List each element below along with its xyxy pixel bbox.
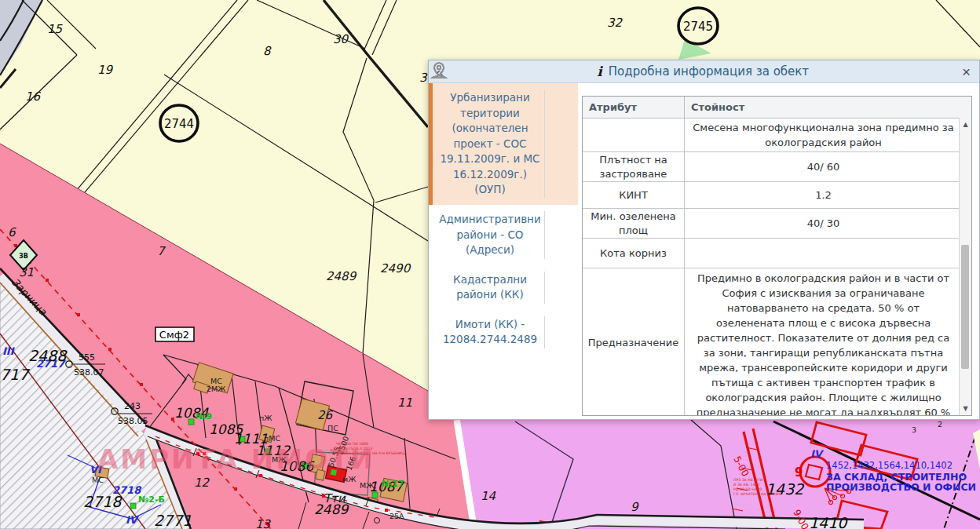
map-label: 1452,1432,1564,1410,1402 [826, 460, 953, 471]
map-label: 2 [938, 420, 942, 429]
map-label: 3 [912, 425, 916, 434]
map-label: ЗВ [19, 253, 28, 260]
map-label: мЖ [342, 475, 357, 483]
map-label: Смф2 [159, 329, 189, 341]
map-label: 11 [397, 396, 412, 410]
map-label: 26 [317, 408, 334, 422]
attribute-cell: Предназначение [583, 268, 685, 416]
map-label: 538.05 [118, 416, 148, 426]
info-icon: i [597, 64, 602, 79]
map-pin-icon [544, 211, 578, 259]
panel-header: « i Подробна информация за обект × [429, 60, 979, 83]
map-label: пМС [264, 434, 280, 443]
table-row: Кота корниз [583, 239, 971, 268]
value-cell: Предимно в околоградския район и в части… [685, 268, 971, 416]
map-label: №17 [382, 479, 404, 489]
map-label: III [2, 345, 16, 357]
map-label: ПС [327, 424, 338, 432]
map-label: ПРЗ ЗА КВ. ИТИ [733, 478, 762, 482]
layer-sidebar: Урбанизирани територии (окончателен прое… [429, 83, 578, 420]
map-label: 19 [97, 63, 114, 77]
map-label: МС [92, 476, 104, 484]
map-label: 555 [79, 352, 95, 363]
table-scrollbar[interactable]: ▲ ▼ [959, 118, 971, 415]
column-header-attribute: Атрибут [583, 97, 685, 118]
scroll-down-icon[interactable]: ▼ [960, 405, 971, 412]
sidebar-item-label: Имоти (КК) - 12084.2744.2489 [433, 310, 544, 355]
map-label: 7 [157, 244, 166, 258]
table-header-row: Атрибут Стойност [583, 97, 971, 119]
map-label: пЖ [259, 414, 272, 422]
map-pin-icon [544, 89, 578, 199]
sidebar-item-admin-regions[interactable]: Административни райони - СО (Адреси) [429, 205, 578, 265]
map-label: 13 [255, 517, 272, 529]
panel-body: Урбанизирани територии (окончателен прое… [429, 83, 979, 420]
map-label: 717 [0, 366, 30, 383]
panel-title: Подробна информация за обект [609, 64, 809, 78]
map-label: 2771 [154, 512, 192, 529]
map-label: 6 [8, 225, 16, 239]
map-label: 32 [607, 16, 623, 30]
map-label: 2489 [326, 269, 357, 283]
map-label: МЖ, [360, 481, 376, 490]
map-label: 2488 [28, 347, 68, 364]
sidebar-item-cadastral-regions[interactable]: Кадастрални райони (КК) [429, 265, 578, 310]
map-label: РД-09-50-54/20 [733, 487, 762, 491]
table-row: Смесена многофункционална зона предимно … [583, 119, 971, 152]
map-label: 16 [25, 89, 42, 104]
value-cell: 1.2 [685, 182, 971, 208]
map-label: 14 [481, 489, 496, 503]
attribute-cell: КИНТ [583, 182, 685, 208]
table-row: Предназначение Предимно в околоградския … [583, 268, 971, 416]
map-label: 2718 [83, 493, 122, 510]
table-row: КИНТ 1.2 [583, 182, 971, 209]
map-label: 2745 [683, 20, 713, 34]
map-label: 25А [389, 512, 404, 520]
value-cell: 40/ 60 [685, 152, 971, 181]
map-label: И ЗА КВ. 1432 [733, 483, 760, 487]
map-label: 8 [263, 44, 272, 58]
column-header-value: Стойност [685, 101, 971, 113]
map-label: 12 [194, 476, 210, 490]
table-row: Мин. озеленена площ 40/ 30 [583, 209, 971, 239]
map-label: Тти [324, 491, 346, 505]
info-panel: « i Подробна информация за обект × Урбан… [428, 60, 980, 420]
map-label: 1410 [809, 514, 848, 529]
attribute-table: Атрибут Стойност Смесена многофункционал… [582, 96, 972, 416]
map-label: 9 [795, 465, 803, 480]
scroll-up-icon[interactable]: ▲ [960, 121, 971, 128]
map-label: №9 [196, 411, 212, 421]
sidebar-item-properties[interactable]: Имоти (КК) - 12084.2744.2489 [429, 310, 578, 355]
map-label: 31 [19, 265, 34, 279]
sidebar-item-urban-territories[interactable]: Урбанизирани територии (окончателен прое… [429, 83, 578, 205]
attribute-cell: Мин. озеленена площ [583, 209, 685, 238]
map-label: ГЛ. АРХИТЕКТ НА СОФИЯ [733, 492, 781, 496]
attribute-cell: Плътност на застрояване [583, 152, 685, 181]
map-label: 2744 [164, 117, 194, 131]
map-label: 9 [631, 500, 639, 514]
value-cell [685, 239, 971, 268]
sidebar-item-label: Административни райони - СО (Адреси) [433, 205, 544, 265]
value-cell: 40/ 30 [685, 209, 971, 238]
map-label: 2490 [380, 261, 411, 275]
map-label: АМРИТА ИМОТИ [97, 443, 375, 475]
map-label: №2-Б [138, 494, 165, 505]
table-body: Смесена многофункционална зона предимно … [583, 119, 971, 416]
map-pin-icon [544, 272, 578, 304]
map-label: 3 [419, 71, 428, 85]
table-row: Плътност на застрояване 40/ 60 [583, 152, 971, 182]
panel-title-wrap: i Подробна информация за обект [444, 64, 962, 79]
map-label: ПРОИЗВОДСТВО И ОФИСИ [826, 481, 976, 493]
value-cell: Смесена многофункционална зона предимно … [685, 119, 971, 151]
sidebar-item-label: Кадастрални райони (КК) [433, 265, 544, 310]
map-label: 243 [124, 401, 141, 411]
map-pin-icon [544, 316, 578, 348]
close-icon[interactable]: × [962, 64, 971, 79]
attribute-cell [583, 119, 685, 151]
scrollbar-thumb[interactable] [961, 245, 969, 369]
gis-app: 15191683033227442745248924906731ЗВСмф211… [0, 0, 980, 529]
map-label: 15 [47, 22, 64, 36]
sidebar-item-label: Урбанизирани територии (окончателен прое… [433, 83, 544, 205]
map-label: 538.07 [74, 367, 104, 378]
map-label: 2МЖ [207, 385, 226, 393]
